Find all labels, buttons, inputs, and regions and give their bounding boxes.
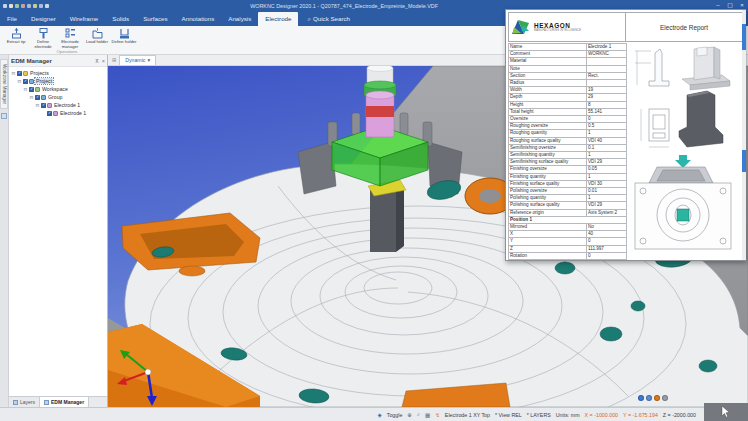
viewport-tool-icon[interactable]	[638, 395, 644, 401]
tab-label: Layers	[20, 399, 35, 405]
toggle-icon[interactable]: ◈	[378, 412, 382, 418]
report-table: Name Electrode 1 Comment WORKNC Material	[508, 43, 627, 260]
quick-access-icon[interactable]	[21, 4, 25, 8]
quick-access-icon[interactable]	[39, 4, 43, 8]
quick-access-icon[interactable]	[9, 4, 13, 8]
tree-node-project[interactable]: ⊟ ✓ Project	[17, 77, 107, 85]
report-row-label: Section	[509, 72, 587, 79]
edm-panel-title: EDM Manager	[11, 57, 52, 64]
report-row: X 40	[509, 231, 627, 238]
tab-file[interactable]: File	[0, 12, 24, 26]
tree-label: Electrode 1	[59, 110, 87, 116]
report-row: Finishing quantity 1	[509, 173, 627, 180]
checkbox-icon[interactable]: ✓	[47, 111, 52, 116]
tab-annotations[interactable]: Annotations	[175, 12, 222, 26]
checkbox-icon[interactable]: ✓	[41, 103, 46, 108]
report-row-value: 40	[587, 231, 627, 238]
report-row-value: Rect.	[587, 72, 627, 79]
view-tab-dynamic[interactable]: Dynamic ▾	[119, 55, 156, 65]
viewport-tool-icon[interactable]	[662, 395, 668, 401]
quick-access-icon[interactable]	[33, 4, 37, 8]
tab-wireframe[interactable]: Wireframe	[63, 12, 106, 26]
quick-access-icon[interactable]	[45, 4, 49, 8]
zoom-in-icon[interactable]: ⊕	[407, 412, 412, 418]
position-header-row: Position 1	[509, 216, 627, 223]
quick-access-toolbar	[3, 4, 49, 8]
sidebar-tab-workzone-manager[interactable]: Workzone Manager	[0, 59, 8, 109]
viewport-menu-icon[interactable]: ⊞	[112, 55, 116, 65]
expander-icon[interactable]: ⊟	[23, 87, 28, 92]
quick-access-icon[interactable]	[3, 4, 7, 8]
tab-solids[interactable]: Solids	[105, 12, 136, 26]
sidebar-tab-icon[interactable]	[1, 113, 7, 119]
checkbox-icon[interactable]: ✓	[29, 87, 34, 92]
expander-icon[interactable]: ⊟	[35, 103, 40, 108]
viewport-tool-icon[interactable]	[654, 395, 660, 401]
cursor-overlay	[704, 403, 748, 421]
report-row-label: Reference origin	[509, 209, 587, 216]
report-row-label: Name	[509, 44, 587, 51]
report-row: Note	[509, 65, 627, 72]
report-row-label: Depth	[509, 94, 587, 101]
report-row-label: Width	[509, 87, 587, 94]
toggle-label[interactable]: Toggle	[387, 412, 403, 418]
expander-icon[interactable]: ⊟	[29, 95, 34, 100]
tab-analysis[interactable]: Analysis	[221, 12, 258, 26]
report-row: Semifinishing surface quality VDI 29	[509, 159, 627, 166]
pin-icon[interactable]: ⊼	[95, 58, 99, 64]
app-window: WORKNC Designer 2020.1 - Q20787_474_Elec…	[0, 0, 748, 421]
viewport-toolbar	[638, 395, 668, 401]
report-row-value: 0.1	[587, 144, 627, 151]
tree-node-group[interactable]: ⊟ ✓ Group	[29, 93, 107, 101]
tree-node-electrode-1-child[interactable]: ✓ Electrode 1	[41, 109, 107, 117]
close-icon[interactable]: ×	[102, 58, 105, 64]
tab-designer[interactable]: Designer	[24, 12, 63, 26]
checkbox-icon[interactable]: ✓	[35, 95, 40, 100]
quick-access-icon[interactable]	[15, 4, 19, 8]
report-scrollbar[interactable]	[742, 10, 746, 260]
report-row: Mirrored No	[509, 224, 627, 231]
report-row-value: VDI 30	[587, 180, 627, 187]
report-row-value: 55.141	[587, 108, 627, 115]
expander-icon[interactable]: ⊟	[11, 71, 16, 76]
report-row-label: Material	[509, 58, 587, 65]
report-row: Section Rect.	[509, 72, 627, 79]
report-row: Finishing surface quality VDI 30	[509, 180, 627, 187]
report-row-label: X	[509, 231, 587, 238]
report-row-value: WORKNC	[587, 51, 627, 58]
edm-manager-panel: EDM Manager ⊼ × ⊟ ✓ Projects ⊟ ✓ Project…	[9, 55, 108, 407]
quick-access-icon[interactable]	[27, 4, 31, 8]
report-row-value: 0.01	[587, 188, 627, 195]
tab-layers[interactable]: Layers	[9, 397, 40, 407]
checkbox-icon[interactable]: ✓	[23, 79, 28, 84]
grid-icon[interactable]: ▦	[425, 412, 430, 418]
report-row-value: 1	[587, 130, 627, 137]
checkbox-icon[interactable]: ✓	[17, 71, 22, 76]
report-row-value: 0	[587, 238, 627, 245]
define-electrode-button[interactable]: Define electrode	[30, 27, 56, 49]
position-header: Position 1	[509, 216, 627, 223]
report-row-label: Height	[509, 101, 587, 108]
report-row-value: VDI 40	[587, 137, 627, 144]
quick-search[interactable]: ⌕ Quick Search	[298, 12, 359, 26]
load-holder-button[interactable]: Load holder	[84, 27, 110, 49]
extract-tip-button[interactable]: Extract tip	[3, 27, 29, 49]
report-row-value: 111.997	[587, 245, 627, 252]
electrode-icon	[47, 103, 52, 108]
electrode-shank	[370, 190, 396, 252]
tab-surfaces[interactable]: Surfaces	[136, 12, 174, 26]
tree-node-workspace[interactable]: ⊟ ✓ Workspace	[23, 85, 107, 93]
report-row-value: 1	[587, 152, 627, 159]
coord-y: Y = -1.675.194	[623, 412, 658, 418]
tab-electrode[interactable]: Electrode	[258, 12, 298, 26]
expander-icon[interactable]: ⊟	[17, 79, 22, 84]
tree-node-projects[interactable]: ⊟ ✓ Projects	[11, 69, 107, 77]
edm-panel-header: EDM Manager ⊼ ×	[9, 55, 107, 67]
viewport-tool-icon[interactable]	[646, 395, 652, 401]
electrode-manager-button[interactable]: Electrode manager	[57, 27, 83, 49]
report-row: Rotation 0	[509, 252, 627, 259]
tab-edm-manager[interactable]: EDM Manager	[40, 397, 89, 407]
magnifier-icon[interactable]: ⌕	[417, 411, 420, 418]
define-holder-button[interactable]: Define holder	[111, 27, 137, 49]
tree-node-electrode-1[interactable]: ⊟ ✓ Electrode 1	[35, 101, 107, 109]
